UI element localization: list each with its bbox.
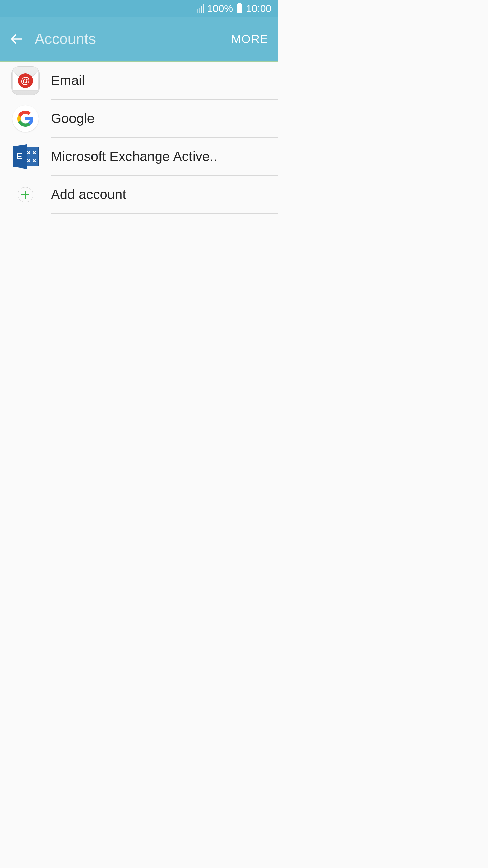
accounts-list: @ Email Google: [0, 62, 278, 214]
signal-icon: [197, 4, 204, 13]
list-item-exchange[interactable]: E Microsoft Exchange Active..: [0, 138, 278, 176]
list-item-label: Google: [51, 111, 95, 126]
app-bar: Accounts MORE: [0, 17, 278, 62]
email-icon: @: [11, 66, 40, 95]
list-item-email[interactable]: @ Email: [0, 62, 278, 100]
add-icon: [18, 187, 33, 202]
list-item-google[interactable]: Google: [0, 100, 278, 138]
list-item-label: Microsoft Exchange Active..: [51, 149, 217, 164]
microsoft-exchange-icon: E: [12, 144, 39, 169]
back-button[interactable]: [9, 32, 24, 46]
google-icon: [12, 105, 39, 132]
list-item-label: Email: [51, 73, 85, 88]
svg-text:E: E: [16, 151, 22, 161]
status-time: 10:00: [246, 3, 271, 14]
battery-icon: [237, 4, 242, 13]
status-bar: 100% 10:00: [0, 0, 278, 17]
battery-percentage: 100%: [207, 3, 233, 14]
list-item-label: Add account: [51, 187, 126, 202]
more-button[interactable]: MORE: [231, 32, 268, 46]
arrow-left-icon: [10, 32, 24, 46]
page-title: Accounts: [35, 31, 231, 47]
list-item-add-account[interactable]: Add account: [0, 176, 278, 214]
